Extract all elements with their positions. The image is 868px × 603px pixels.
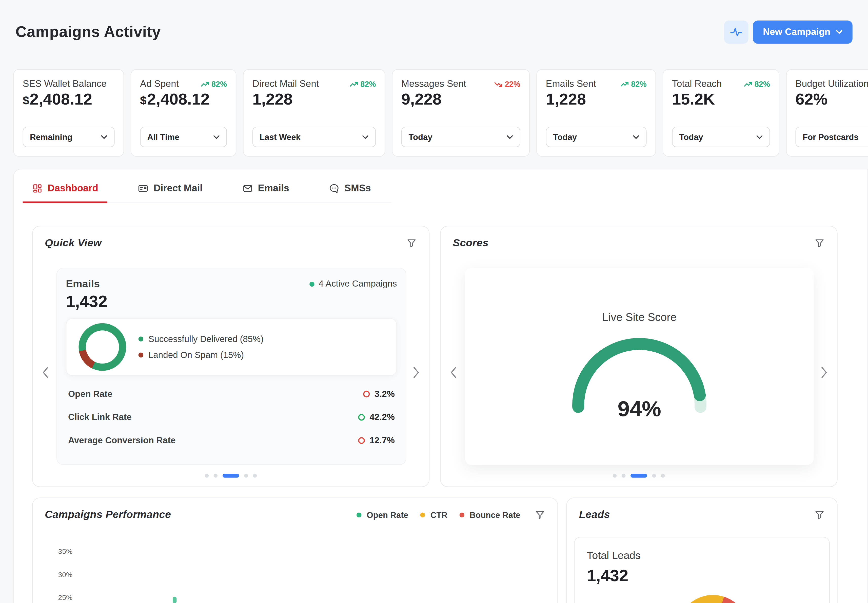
stat-value: 1,228 (252, 90, 376, 108)
chart-legend: Open Rate CTR Bounce Rate (357, 510, 520, 520)
gauge-value: 94% (617, 396, 661, 421)
stat-range-dropdown[interactable]: Today (672, 127, 770, 147)
activity-button[interactable] (724, 20, 749, 44)
tab-dashboard[interactable]: Dashboard (23, 181, 108, 203)
legend-dot (139, 336, 144, 342)
stat-card-ses-wallet-balance: SES Wallet Balance $2,408.12 Remaining (13, 69, 124, 156)
stat-range-dropdown[interactable]: Today (546, 127, 647, 147)
stat-number: 62% (795, 90, 828, 108)
chevron-down-icon (362, 135, 369, 139)
stat-card-emails-sent: Emails Sent 82% 1,228 Today (536, 69, 656, 156)
carousel-dot[interactable] (244, 474, 248, 478)
tab-direct-mail[interactable]: Direct Mail (128, 181, 212, 203)
legend-item: Bounce Rate (460, 510, 520, 520)
stat-range-dropdown[interactable]: All Time (140, 127, 227, 147)
carousel-prev-button[interactable] (38, 363, 53, 382)
tab-emails[interactable]: Emails (233, 181, 299, 203)
chevron-down-icon (213, 135, 220, 139)
page-header: Campaigns Activity New Campaign (15, 17, 853, 48)
active-campaigns-label: 4 Active Campaigns (319, 279, 397, 289)
filter-icon[interactable] (814, 238, 825, 248)
donut-legend: Successfully Delivered (85%) Landed On S… (139, 334, 264, 360)
quick-view-slide: Emails 4 Active Campaigns 1,432 Successf… (56, 268, 406, 465)
chat-bubble-icon (329, 183, 340, 194)
carousel-next-button[interactable] (408, 363, 424, 382)
new-campaign-label: New Campaign (763, 26, 830, 38)
gauge-label: Live Site Score (465, 311, 814, 324)
filter-icon[interactable] (535, 509, 545, 520)
legend-item: Successfully Delivered (85%) (139, 334, 264, 344)
stat-range-label: Today (553, 132, 577, 142)
metric-value: 1,432 (66, 292, 397, 311)
stat-value: $2,408.12 (23, 90, 115, 108)
stat-range-label: For Postcards (803, 132, 859, 142)
carousel-dot[interactable] (622, 474, 625, 478)
y-axis-tick: 35% (53, 547, 73, 556)
filter-icon[interactable] (814, 509, 825, 520)
stat-range-dropdown[interactable]: Remaining (23, 127, 115, 147)
carousel-dot[interactable] (214, 474, 218, 478)
stat-value: 62% (795, 90, 868, 108)
carousel-dot[interactable] (661, 474, 665, 478)
campaigns-performance-card: Campaigns Performance Open Rate CTR (32, 498, 558, 603)
tab-smss[interactable]: SMSs (320, 181, 380, 203)
header-actions: New Campaign (724, 20, 853, 44)
stat-range-label: Today (679, 132, 703, 142)
rate-rows: Open Rate 3.2% Click Link Rate 42.2% Ave… (66, 382, 397, 452)
trend-value: 82% (212, 80, 227, 89)
trend-up-icon (620, 81, 629, 87)
carousel-dot[interactable] (253, 474, 257, 478)
carousel-next-button[interactable] (817, 363, 832, 382)
trend-value: 22% (505, 80, 520, 89)
trend-up-icon (350, 81, 358, 87)
carousel-dot-active[interactable] (223, 474, 239, 478)
legend-dot (460, 512, 465, 517)
rate-value: 42.2% (370, 412, 395, 422)
stat-range-label: All Time (147, 132, 179, 142)
delivery-panel: Successfully Delivered (85%) Landed On S… (66, 318, 397, 376)
chevron-down-icon (756, 135, 763, 139)
leads-donut (677, 595, 749, 603)
metric-label: Emails (66, 278, 100, 290)
carousel-dot[interactable] (652, 474, 656, 478)
leads-card: Leads Total Leads 1,432 (566, 498, 838, 603)
stat-label: Direct Mail Sent (252, 79, 319, 90)
active-campaigns: 4 Active Campaigns (309, 279, 397, 289)
status-ring-icon (358, 437, 365, 444)
chevron-down-icon (101, 135, 107, 139)
postcard-icon (138, 183, 149, 194)
stat-range-dropdown[interactable]: For Postcards (795, 127, 868, 147)
total-leads-panel: Total Leads 1,432 (574, 537, 830, 603)
stat-range-dropdown[interactable]: Last Week (252, 127, 376, 147)
page-title: Campaigns Activity (15, 23, 161, 41)
tab-label: Dashboard (48, 182, 98, 194)
carousel-dots (441, 474, 837, 478)
chart-data-point (173, 597, 176, 603)
stat-label: Budget Utilization (795, 79, 868, 90)
chevron-left-icon (450, 366, 456, 379)
legend-dot (357, 512, 362, 517)
filter-icon[interactable] (406, 238, 417, 248)
carousel-dot[interactable] (613, 474, 617, 478)
carousel-dots (32, 474, 429, 478)
carousel-dot[interactable] (205, 474, 209, 478)
stat-card-messages-sent: Messages Sent 22% 9,228 Today (392, 69, 530, 156)
stat-card-budget-utilization: Budget Utilization 62% For Postcards (786, 69, 868, 156)
carousel-dot-active[interactable] (630, 474, 647, 478)
stat-range-dropdown[interactable]: Today (401, 127, 520, 147)
stat-number: 15.2K (672, 90, 715, 108)
emails-donut (79, 323, 126, 371)
stat-number: 2,408.12 (147, 90, 210, 108)
carousel-prev-button[interactable] (446, 363, 461, 382)
rate-label: Average Conversion Rate (68, 436, 175, 445)
legend-dot (420, 512, 425, 517)
new-campaign-button[interactable]: New Campaign (753, 20, 853, 44)
chevron-down-icon (633, 135, 639, 139)
rate-label: Open Rate (68, 389, 113, 399)
tab-label: SMSs (345, 182, 371, 194)
chevron-right-icon (413, 366, 419, 379)
status-ring-icon (363, 391, 370, 397)
trend-value: 82% (755, 80, 770, 89)
stat-range-label: Today (408, 132, 432, 142)
stat-value: $2,408.12 (140, 90, 227, 108)
